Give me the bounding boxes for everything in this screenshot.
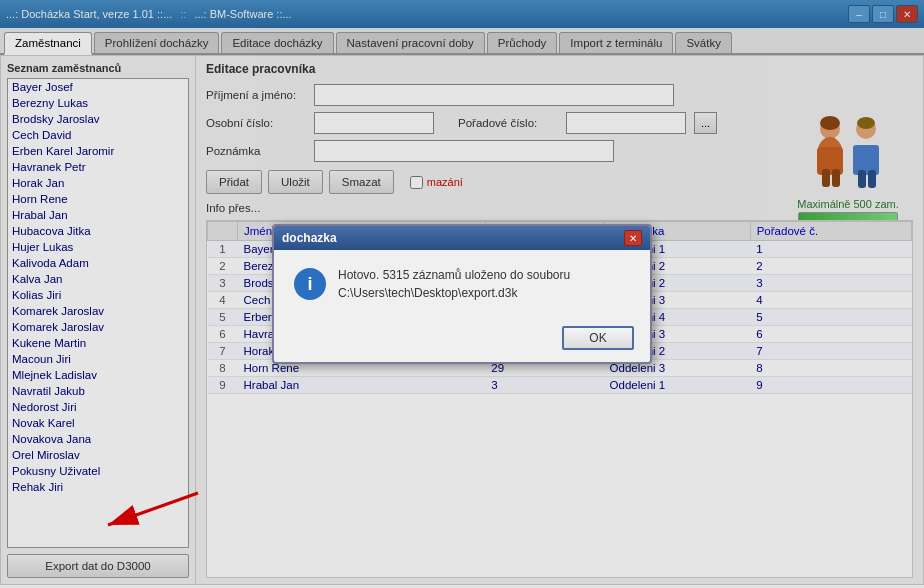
dialog-overlay: dochazka ✕ i Hotovo. 5315 záznamů uložen… (0, 0, 924, 588)
dialog-title-bar: dochazka ✕ (274, 226, 650, 250)
dialog-footer: OK (274, 318, 650, 362)
dialog-message: Hotovo. 5315 záznamů uloženo do souboru … (338, 266, 630, 302)
dialog-title: dochazka (282, 231, 337, 245)
dialog: dochazka ✕ i Hotovo. 5315 záznamů uložen… (272, 224, 652, 364)
dialog-body: i Hotovo. 5315 záznamů uloženo do soubor… (274, 250, 650, 318)
dialog-info-icon: i (294, 268, 326, 300)
ok-button[interactable]: OK (562, 326, 634, 350)
dialog-close-button[interactable]: ✕ (624, 230, 642, 246)
